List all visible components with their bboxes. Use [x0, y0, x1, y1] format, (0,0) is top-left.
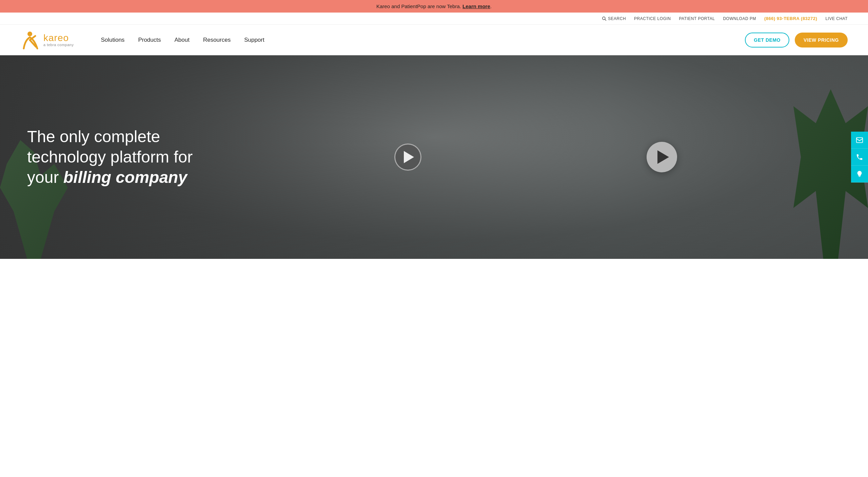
nav-support[interactable]: Support [237, 26, 271, 54]
announcement-bar: Kareo and PatientPop are now Tebra. Lear… [0, 0, 868, 13]
hero-content: The only complete technology platform fo… [27, 127, 217, 188]
main-header: kareo a tebra company Solutions Products… [0, 25, 868, 55]
get-demo-button[interactable]: GET DEMO [745, 33, 789, 47]
svg-rect-3 [856, 137, 863, 142]
svg-point-2 [27, 32, 32, 36]
sidebar-bulb-button[interactable] [851, 166, 868, 183]
announcement-link[interactable]: Learn more [462, 3, 490, 9]
announcement-period: . [490, 3, 492, 9]
email-icon [856, 136, 863, 144]
sidebar-phone-button[interactable] [851, 149, 868, 166]
svg-rect-4 [859, 176, 861, 177]
nav-about[interactable]: About [167, 26, 196, 54]
view-pricing-button[interactable]: VIEW PRICING [795, 33, 848, 47]
patient-portal-link[interactable]: PATIENT PORTAL [679, 16, 715, 21]
svg-line-1 [605, 19, 606, 20]
play-button-secondary[interactable] [647, 142, 677, 172]
lightbulb-icon [856, 170, 863, 178]
nav-resources[interactable]: Resources [196, 26, 237, 54]
logo-brand: kareo [43, 33, 74, 43]
live-chat-link[interactable]: LIVE CHAT [825, 16, 848, 21]
phone-icon [856, 153, 863, 161]
cta-area: GET DEMO VIEW PRICING [745, 33, 848, 47]
phone-link[interactable]: (866) 93-TEBRA (83272) [764, 16, 817, 21]
practice-login-link[interactable]: PRACTICE LOGIN [634, 16, 671, 21]
floating-sidebar [851, 132, 868, 183]
logo-icon [20, 30, 41, 50]
svg-point-0 [603, 17, 605, 19]
main-nav: Solutions Products About Resources Suppo… [94, 26, 745, 54]
search-nav-item[interactable]: SEARCH [602, 16, 626, 21]
logo-sub: a tebra company [43, 43, 74, 47]
nav-solutions[interactable]: Solutions [94, 26, 131, 54]
logo-text: kareo a tebra company [43, 33, 74, 47]
search-label: SEARCH [608, 16, 626, 21]
sidebar-email-button[interactable] [851, 132, 868, 149]
hero-section: The only complete technology platform fo… [0, 55, 868, 259]
download-pm-link[interactable]: DOWNLOAD PM [723, 16, 756, 21]
search-icon [602, 16, 607, 21]
hero-headline: The only complete technology platform fo… [27, 127, 217, 188]
nav-products[interactable]: Products [131, 26, 167, 54]
utility-nav: SEARCH PRACTICE LOGIN PATIENT PORTAL DOW… [0, 13, 868, 25]
hero-headline-bold: billing company [63, 168, 187, 186]
announcement-text: Kareo and PatientPop are now Tebra. [376, 3, 461, 9]
play-button-main[interactable] [394, 144, 421, 171]
logo[interactable]: kareo a tebra company [20, 30, 74, 50]
